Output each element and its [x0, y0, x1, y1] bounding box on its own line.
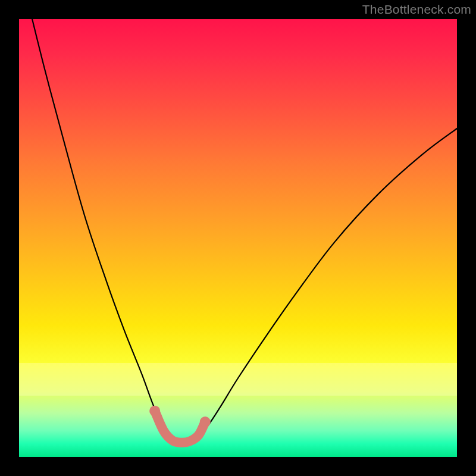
watermark-text: TheBottleneck.com [362, 2, 471, 17]
highlight-endpoint [149, 406, 160, 416]
plot-area [19, 19, 457, 457]
bottleneck-curve [32, 19, 457, 442]
highlight-segment [155, 411, 205, 443]
curve-layer [19, 19, 457, 457]
highlight-endpoint [200, 416, 211, 427]
chart-frame: TheBottleneck.com [0, 0, 476, 476]
